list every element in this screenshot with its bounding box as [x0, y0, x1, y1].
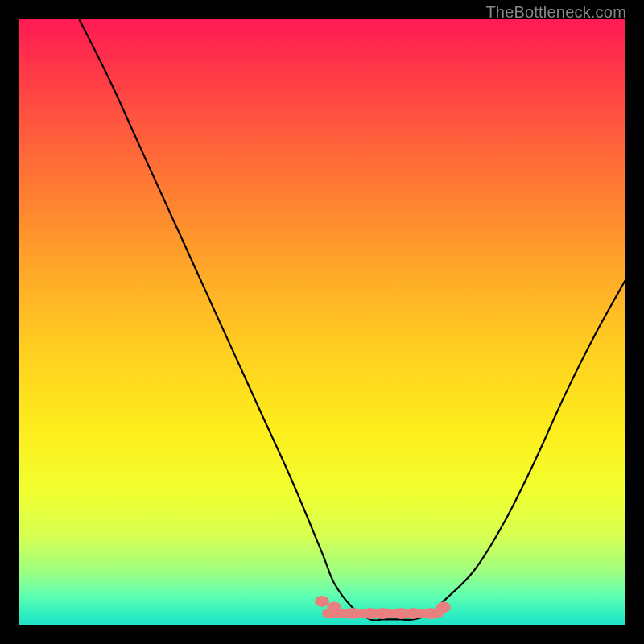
marker-dot — [436, 601, 451, 613]
optimal-zone-markers — [315, 596, 451, 619]
bottleneck-curve — [79, 19, 625, 621]
marker-dot — [327, 601, 341, 613]
marker-dot — [345, 608, 360, 619]
chart-container: TheBottleneck.com — [0, 0, 644, 644]
marker-dot — [375, 608, 390, 619]
marker-dot — [315, 596, 329, 607]
plot-area — [19, 19, 625, 625]
curve-svg — [19, 19, 625, 625]
marker-dot — [424, 608, 439, 619]
marker-dot — [406, 608, 420, 619]
